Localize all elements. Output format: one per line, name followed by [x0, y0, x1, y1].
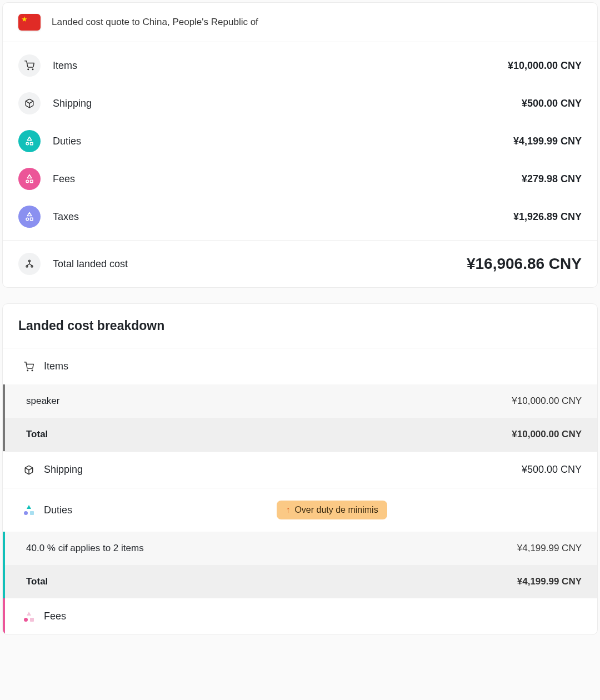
duties-line-row: 40.0 % cif applies to 2 items ¥4,199.99 …: [3, 532, 597, 565]
breakdown-shipping-label: Shipping: [44, 464, 83, 476]
duties-amount: ¥4,199.99 CNY: [513, 136, 582, 147]
taxes-amount: ¥1,926.89 CNY: [513, 211, 582, 223]
de-minimis-text: Over duty de minimis: [294, 505, 378, 515]
arrow-up-icon: ↑: [286, 505, 290, 515]
shipping-label: Shipping: [53, 98, 92, 109]
breakdown-shipping-row: Shipping ¥500.00 CNY: [3, 451, 597, 488]
total-amount: ¥16,906.86 CNY: [467, 255, 582, 273]
item-row: speaker ¥10,000.00 CNY: [3, 384, 597, 418]
summary-title: Landed cost quote to China, People's Rep…: [52, 17, 258, 28]
items-amount: ¥10,000.00 CNY: [508, 60, 582, 72]
breakdown-fees-header: Fees: [3, 598, 597, 634]
svg-marker-9: [27, 213, 32, 216]
row-fees: Fees ¥279.98 CNY: [3, 160, 597, 198]
total-label: Total landed cost: [53, 258, 128, 270]
row-taxes: Taxes ¥1,926.89 CNY: [3, 198, 597, 236]
flag-icon: [18, 14, 41, 31]
svg-point-7: [26, 180, 29, 183]
svg-point-4: [26, 142, 29, 145]
svg-rect-5: [31, 142, 33, 145]
svg-point-15: [27, 370, 28, 371]
svg-rect-8: [31, 180, 33, 183]
package-icon: [24, 465, 34, 475]
row-items: Items ¥10,000.00 CNY: [3, 47, 597, 84]
svg-marker-6: [27, 175, 32, 178]
shipping-amount: ¥500.00 CNY: [522, 98, 582, 109]
duties-total-label: Total: [26, 576, 48, 587]
duties-line-amount: ¥4,199.99 CNY: [517, 543, 582, 554]
items-total-amount: ¥10,000.00 CNY: [512, 429, 582, 440]
summary-card: Landed cost quote to China, People's Rep…: [2, 2, 598, 288]
svg-point-16: [32, 370, 33, 371]
summary-header: Landed cost quote to China, People's Rep…: [3, 3, 597, 42]
cart-icon: [24, 362, 34, 372]
total-icon: [18, 253, 41, 275]
duties-total-amount: ¥4,199.99 CNY: [517, 576, 582, 587]
total-row: Total landed cost ¥16,906.86 CNY: [3, 240, 597, 287]
svg-point-0: [28, 69, 29, 70]
breakdown-shipping-amount: ¥500.00 CNY: [522, 464, 582, 476]
duties-label: Duties: [53, 136, 81, 147]
item-name: speaker: [26, 396, 59, 407]
fees-icon: [24, 612, 34, 622]
taxes-label: Taxes: [53, 211, 79, 223]
items-label: Items: [53, 60, 77, 72]
svg-point-10: [26, 218, 29, 221]
svg-marker-3: [27, 137, 32, 141]
breakdown-title: Landed cost breakdown: [18, 318, 582, 333]
items-total-row: Total ¥10,000.00 CNY: [3, 418, 597, 451]
cart-icon: [18, 54, 41, 77]
svg-point-1: [32, 69, 33, 70]
de-minimis-badge: ↑ Over duty de minimis: [277, 501, 387, 519]
duties-header-label: Duties: [44, 504, 72, 516]
breakdown-card: Landed cost breakdown Items speaker ¥10,…: [2, 303, 598, 635]
fees-header-label: Fees: [44, 611, 66, 622]
row-duties: Duties ¥4,199.99 CNY: [3, 122, 597, 160]
duties-icon: [18, 130, 41, 152]
duties-icon: [24, 505, 34, 515]
fees-icon: [18, 168, 41, 190]
breakdown-header: Landed cost breakdown: [3, 304, 597, 348]
svg-rect-11: [31, 218, 33, 221]
fees-amount: ¥279.98 CNY: [522, 173, 582, 185]
breakdown-items-header: Items: [3, 348, 597, 384]
row-shipping: Shipping ¥500.00 CNY: [3, 84, 597, 122]
summary-rows: Items ¥10,000.00 CNY Shipping ¥500.00 CN…: [3, 42, 597, 240]
duties-line-label: 40.0 % cif applies to 2 items: [26, 543, 144, 554]
breakdown-duties-header: Duties ↑ Over duty de minimis: [3, 488, 597, 532]
items-total-label: Total: [26, 429, 48, 440]
duties-total-row: Total ¥4,199.99 CNY: [3, 565, 597, 598]
package-icon: [18, 92, 41, 114]
item-amount: ¥10,000.00 CNY: [512, 396, 582, 407]
items-header-label: Items: [44, 361, 68, 372]
taxes-icon: [18, 206, 41, 228]
fees-label: Fees: [53, 173, 75, 185]
